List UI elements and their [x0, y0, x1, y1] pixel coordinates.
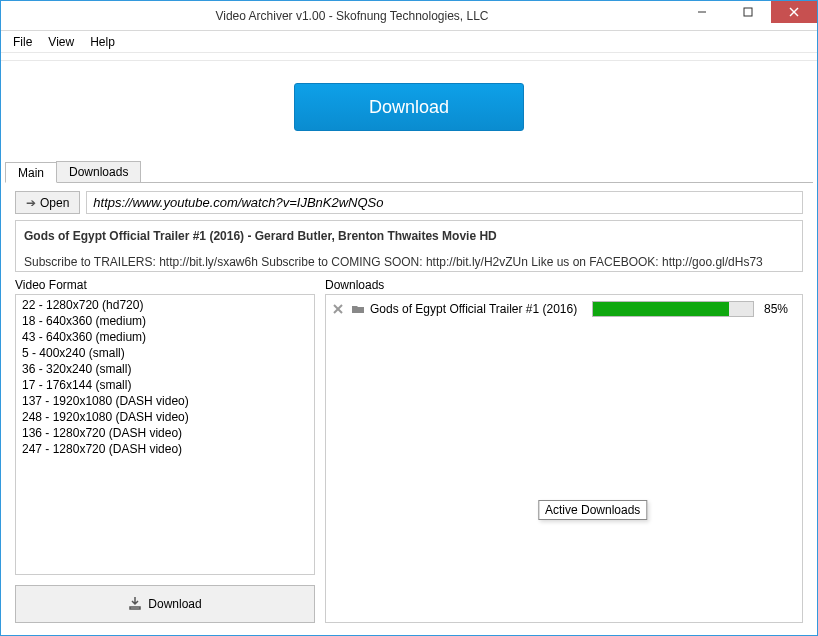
format-item[interactable]: 137 - 1920x1080 (DASH video) [16, 393, 314, 409]
url-input[interactable] [86, 191, 803, 214]
main-area: Download Main Downloads ➔ Open Gods of E… [1, 61, 817, 635]
application-window: Video Archiver v1.00 - Skofnung Technolo… [0, 0, 818, 636]
close-button[interactable] [771, 1, 817, 23]
video-title: Gods of Egypt Official Trailer #1 (2016)… [24, 227, 794, 245]
menu-view[interactable]: View [40, 33, 82, 51]
progress-percent: 85% [758, 302, 798, 316]
cancel-icon[interactable] [330, 301, 346, 317]
progress-bar [592, 301, 754, 317]
open-button[interactable]: ➔ Open [15, 191, 80, 214]
toolbar-strip [1, 53, 817, 61]
menu-file[interactable]: File [5, 33, 40, 51]
download-item-name: Gods of Egypt Official Trailer #1 (2016)… [370, 302, 580, 316]
open-button-label: Open [40, 196, 69, 210]
format-item[interactable]: 17 - 176x144 (small) [16, 377, 314, 393]
svg-rect-1 [744, 8, 752, 16]
tab-headers: Main Downloads [5, 161, 813, 183]
description-box[interactable]: Gods of Egypt Official Trailer #1 (2016)… [15, 220, 803, 272]
titlebar: Video Archiver v1.00 - Skofnung Technolo… [1, 1, 817, 31]
menubar: File View Help [1, 31, 817, 53]
format-item[interactable]: 36 - 320x240 (small) [16, 361, 314, 377]
downloads-label: Downloads [325, 278, 803, 292]
tooltip-active-downloads: Active Downloads [538, 500, 647, 520]
url-row: ➔ Open [15, 191, 803, 214]
window-title: Video Archiver v1.00 - Skofnung Technolo… [25, 9, 679, 23]
format-item[interactable]: 247 - 1280x720 (DASH video) [16, 441, 314, 457]
video-format-list[interactable]: 22 - 1280x720 (hd720) 18 - 640x360 (medi… [15, 294, 315, 575]
video-description: Subscribe to TRAILERS: http://bit.ly/sxa… [24, 253, 794, 272]
minimize-button[interactable] [679, 1, 725, 23]
window-controls [679, 1, 817, 30]
download-banner: Download [5, 73, 813, 161]
download-row[interactable]: Gods of Egypt Official Trailer #1 (2016)… [330, 299, 798, 319]
folder-icon[interactable] [350, 301, 366, 317]
video-format-column: Video Format 22 - 1280x720 (hd720) 18 - … [15, 278, 315, 623]
progress-fill [593, 302, 729, 316]
app-icon [9, 8, 25, 24]
format-item[interactable]: 22 - 1280x720 (hd720) [16, 297, 314, 313]
download-icon [128, 596, 142, 613]
video-format-label: Video Format [15, 278, 315, 292]
tab-main-content: ➔ Open Gods of Egypt Official Trailer #1… [5, 183, 813, 631]
download-button-small-label: Download [148, 597, 201, 611]
maximize-button[interactable] [725, 1, 771, 23]
format-item[interactable]: 5 - 400x240 (small) [16, 345, 314, 361]
format-item[interactable]: 248 - 1920x1080 (DASH video) [16, 409, 314, 425]
download-button-small[interactable]: Download [15, 585, 315, 623]
tabs-area: Main Downloads ➔ Open Gods of Egypt Offi… [5, 161, 813, 631]
menu-help[interactable]: Help [82, 33, 123, 51]
format-item[interactable]: 136 - 1280x720 (DASH video) [16, 425, 314, 441]
tab-main[interactable]: Main [5, 162, 57, 183]
format-item[interactable]: 18 - 640x360 (medium) [16, 313, 314, 329]
arrow-right-icon: ➔ [26, 196, 36, 210]
tab-downloads[interactable]: Downloads [56, 161, 141, 182]
columns: Video Format 22 - 1280x720 (hd720) 18 - … [15, 278, 803, 623]
download-button-large[interactable]: Download [294, 83, 524, 131]
format-item[interactable]: 43 - 640x360 (medium) [16, 329, 314, 345]
downloads-box: Gods of Egypt Official Trailer #1 (2016)… [325, 294, 803, 623]
downloads-column: Downloads Gods of Egypt Official Trailer… [325, 278, 803, 623]
